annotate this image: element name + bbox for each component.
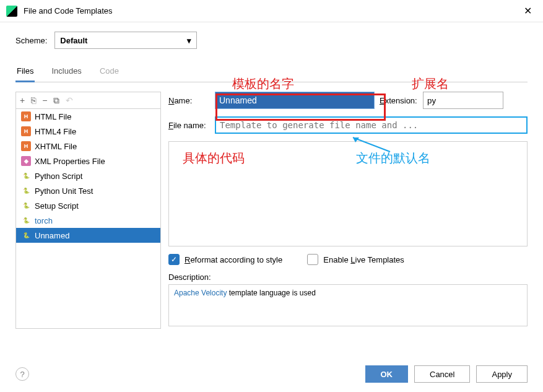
list-item[interactable]: 🐍Setup Script <box>16 198 160 213</box>
list-item-label: Python Script <box>35 172 82 181</box>
python-icon: 🐍 <box>21 186 31 196</box>
ok-button[interactable]: OK <box>365 365 409 383</box>
template-list: HHTML FileHHTML4 FileHXHTML File◆XML Pro… <box>15 109 161 329</box>
list-item[interactable]: HHTML File <box>16 109 160 124</box>
list-item[interactable]: 🐍Unnamed <box>16 228 160 243</box>
tab-includes[interactable]: Includes <box>50 61 82 82</box>
code-area[interactable] <box>168 141 528 246</box>
app-icon <box>6 6 17 17</box>
velocity-link[interactable]: Apache Velocity <box>174 289 227 297</box>
tab-files[interactable]: Files <box>15 61 35 82</box>
list-item[interactable]: ◆XML Properties File <box>16 154 160 168</box>
extension-input[interactable] <box>423 92 503 109</box>
list-item-label: Setup Script <box>35 201 79 211</box>
description-text: template language is used <box>227 289 315 297</box>
python-icon: 🐍 <box>21 216 31 225</box>
list-item[interactable]: HHTML4 File <box>16 124 160 139</box>
help-icon[interactable]: ? <box>15 367 29 381</box>
check-icon: ✓ <box>168 254 180 265</box>
python-icon: 🐍 <box>21 201 31 211</box>
apply-button[interactable]: Apply <box>476 365 528 383</box>
list-item[interactable]: 🐍Python Unit Test <box>16 183 160 198</box>
description-label: Description: <box>168 272 528 282</box>
undo-icon[interactable]: ↶ <box>66 95 73 105</box>
xml-icon: ◆ <box>21 156 31 166</box>
filename-input[interactable] <box>215 116 528 134</box>
list-item-label: XML Properties File <box>35 157 105 166</box>
chevron-down-icon: ▾ <box>187 36 191 45</box>
list-item[interactable]: HXHTML File <box>16 139 160 154</box>
python-icon: 🐍 <box>21 171 31 181</box>
list-item-label: Unnamed <box>35 231 69 240</box>
tab-code: Code <box>98 61 120 82</box>
list-item-label: HTML4 File <box>35 127 76 136</box>
scheme-select[interactable]: Default ▾ <box>54 32 197 49</box>
copy-template-icon[interactable]: ⎘ <box>31 95 36 105</box>
scheme-value: Default <box>60 36 87 45</box>
scheme-label: Scheme: <box>15 36 47 45</box>
tabs: Files Includes Code <box>15 61 528 82</box>
html-icon: H <box>21 111 31 121</box>
titlebar: File and Code Templates ✕ <box>0 0 543 22</box>
reformat-checkbox[interactable]: ✓Reformat according to style <box>168 254 282 265</box>
list-item-label: XHTML File <box>35 142 77 151</box>
list-item[interactable]: 🐍torch <box>16 213 160 228</box>
window-title: File and Code Templates <box>24 6 518 15</box>
extension-label: Extension: <box>380 96 423 105</box>
name-input[interactable] <box>215 92 375 109</box>
check-icon <box>307 254 318 265</box>
list-item-label: Python Unit Test <box>35 186 93 196</box>
description-box: Apache Velocity template language is use… <box>168 284 528 326</box>
cancel-button[interactable]: Cancel <box>414 365 470 383</box>
html-icon: H <box>21 141 31 151</box>
list-toolbar: + ⎘ − ⧉ ↶ <box>15 92 161 109</box>
list-item-label: HTML File <box>35 112 71 121</box>
remove-icon[interactable]: − <box>42 95 47 105</box>
python-icon: 🐍 <box>21 230 31 240</box>
live-templates-checkbox[interactable]: Enable Live Templates <box>307 254 404 265</box>
filename-label: File name: <box>168 121 215 130</box>
name-label: NName:ame: <box>168 96 215 105</box>
list-item-label: torch <box>35 216 53 225</box>
html-icon: H <box>21 126 31 136</box>
close-icon[interactable]: ✕ <box>518 5 537 17</box>
copy-icon[interactable]: ⧉ <box>53 95 59 106</box>
add-icon[interactable]: + <box>20 95 25 105</box>
list-item[interactable]: 🐍Python Script <box>16 168 160 183</box>
